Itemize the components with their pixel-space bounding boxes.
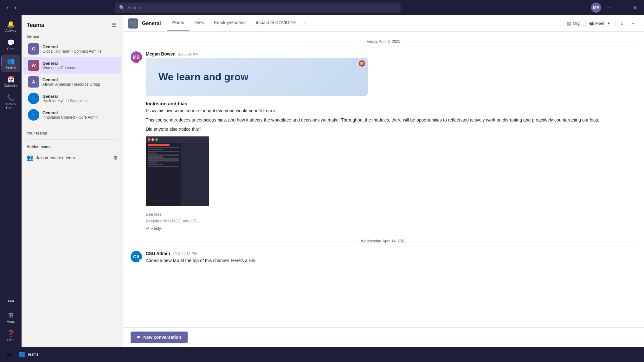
- start-button[interactable]: ⊞: [3, 348, 15, 361]
- team-icon-innovation: 🔵: [28, 109, 39, 121]
- attachment-bar: [146, 136, 209, 143]
- calendar-icon: 📅: [7, 76, 15, 83]
- new-conv-label: New conversation: [143, 335, 181, 340]
- team-item-african-american[interactable]: A General African American Resource Grou…: [23, 74, 121, 90]
- main-layout: 🔔 Activity 💬 Chat 👥 Teams 📅 Calendar 📞 G…: [0, 15, 644, 347]
- team-name-innovation: General: [42, 110, 99, 115]
- hero-card: We learn and grow: [146, 58, 368, 96]
- apps-icon: ⊞: [8, 311, 14, 319]
- dot-red: [148, 138, 150, 141]
- separator-1: [27, 126, 118, 126]
- sidebar-item-groupcall[interactable]: 📞 Group Con...: [1, 91, 20, 112]
- join-create-label: Join or create a team: [36, 155, 75, 160]
- messages-area[interactable]: Friday, April 9, 2021 MB Megan Bowen 4/9…: [123, 32, 644, 327]
- org-icon: 🏢: [567, 21, 572, 26]
- att-line-1: [148, 144, 170, 146]
- team-item-global-hr[interactable]: G General Global HR Team - Connect Admin…: [23, 41, 121, 57]
- team-icon-global-hr: G: [28, 43, 39, 55]
- maximize-button[interactable]: □: [618, 3, 627, 12]
- search-icon: 🔍: [119, 5, 125, 10]
- org-button[interactable]: 🏢 Org: [564, 19, 583, 28]
- team-item-hack-hybrid[interactable]: 🔵 General Hack for Hybrid Workplace: [23, 90, 121, 107]
- team-text-african-american: General African American Resource Group: [42, 77, 100, 87]
- more-button[interactable]: ⋯: [628, 19, 639, 28]
- chat-icon: 💬: [7, 39, 15, 46]
- more-icon: •••: [7, 298, 14, 305]
- megan-msg-body: Megan Bowen 4/9 8:24 AM We learn and gro…: [146, 51, 636, 231]
- att-left: [146, 143, 181, 206]
- attachment-preview[interactable]: [146, 136, 209, 206]
- tab-impact[interactable]: Impact of COVID-19: [251, 16, 301, 31]
- meet-dropdown-icon[interactable]: ▼: [606, 21, 612, 26]
- channel-header-right: 🏢 Org 📹 Meet ▼ ℹ ⋯: [564, 19, 639, 28]
- user-avatar[interactable]: MB: [591, 3, 601, 13]
- sidebar-item-help[interactable]: ❓ Help: [1, 327, 20, 344]
- new-conversation-button[interactable]: ✏ New conversation: [131, 332, 188, 343]
- message-csu: CA CSU Admin 4/14 11:18 PM Added a new t…: [131, 251, 636, 267]
- megan-time: 4/9 8:24 AM: [178, 52, 198, 56]
- reply-button[interactable]: ↩ Reply: [146, 225, 161, 231]
- sidebar-filter-button[interactable]: ☰: [110, 20, 118, 30]
- msg-line3: Did anyone else notice this?: [146, 126, 636, 133]
- csu-online-dot: [139, 259, 142, 262]
- activity-label: Activity: [5, 29, 16, 32]
- info-button[interactable]: ℹ: [618, 19, 626, 28]
- sidebar-item-more[interactable]: •••: [1, 295, 20, 307]
- replies-link[interactable]: 2 replies from MOD and CSU: [146, 219, 636, 223]
- inclusion-section: Inclusion and bias I saw this awesome co…: [146, 100, 636, 136]
- hidden-teams-label: Hidden teams: [22, 142, 123, 150]
- teams-taskbar-label: Teams: [27, 352, 38, 357]
- org-label: Org: [573, 21, 580, 26]
- team-name-global-hr: General: [42, 44, 101, 49]
- att-line-6: [148, 155, 179, 156]
- sidebar-item-teams[interactable]: 👥 Teams: [1, 55, 20, 72]
- add-tab-button[interactable]: +: [301, 16, 309, 31]
- separator-2: [27, 139, 118, 140]
- att-line-9: [148, 160, 179, 161]
- att-line-5: [148, 153, 157, 154]
- taskbar-teams[interactable]: 🟦 Teams: [16, 348, 41, 361]
- team-sub-hack-hybrid: Hack for Hybrid Workplace: [42, 99, 88, 103]
- forward-button[interactable]: ›: [12, 3, 19, 12]
- team-sub-innovation: Innovation Connect - Core Admin: [42, 115, 99, 120]
- minimize-button[interactable]: —: [604, 3, 615, 12]
- team-item-innovation[interactable]: 🔵 General Innovation Connect - Core Admi…: [23, 107, 121, 123]
- att-line-11: [148, 164, 163, 165]
- channel-tabs: Posts Files Employee ideas Impact of COV…: [167, 16, 309, 31]
- sidebar-title: Teams: [27, 22, 44, 29]
- join-create-team[interactable]: 👥 Join or create a team ⚙: [22, 150, 123, 165]
- message-megan: MB Megan Bowen 4/9 8:24 AM We learn and …: [131, 51, 636, 231]
- sidebar-item-activity[interactable]: 🔔 Activity: [1, 18, 20, 35]
- video-icon: 📹: [589, 21, 594, 26]
- team-name-women-at-contoso: General: [42, 61, 75, 66]
- new-conversation-area: ✏ New conversation: [123, 327, 644, 347]
- sidebar-item-apps[interactable]: ⊞ Apps: [1, 309, 20, 326]
- csu-time: 4/14 11:18 PM: [172, 252, 197, 256]
- search-input[interactable]: [127, 5, 397, 10]
- team-text-hack-hybrid: General Hack for Hybrid Workplace: [42, 94, 88, 103]
- dot-yellow: [151, 138, 154, 141]
- sidebar-settings-button[interactable]: ⚙: [113, 155, 118, 161]
- close-button[interactable]: ✕: [630, 3, 640, 12]
- att-line-3: [148, 149, 163, 150]
- left-rail: 🔔 Activity 💬 Chat 👥 Teams 📅 Calendar 📞 G…: [0, 15, 22, 347]
- att-line-2: [148, 147, 179, 148]
- back-button[interactable]: ‹: [4, 3, 11, 12]
- team-icon-hack-hybrid: 🔵: [28, 93, 39, 104]
- megan-msg-header: Megan Bowen 4/9 8:24 AM: [146, 51, 636, 56]
- meet-button[interactable]: 📹 Meet ▼: [585, 19, 615, 28]
- tab-employee-ideas[interactable]: Employee ideas: [209, 16, 251, 31]
- sidebar-item-chat[interactable]: 💬 Chat: [1, 36, 20, 53]
- start-icon: ⊞: [7, 352, 11, 358]
- search-box[interactable]: 🔍: [115, 3, 401, 13]
- tab-files[interactable]: Files: [190, 16, 209, 31]
- join-icon: 👥: [27, 154, 34, 161]
- sidebar-item-calendar[interactable]: 📅 Calendar: [1, 73, 20, 90]
- tab-posts[interactable]: Posts: [167, 16, 190, 31]
- attachment-content: [146, 143, 209, 206]
- team-text-innovation: General Innovation Connect - Core Admin: [42, 110, 99, 120]
- date-separator-2: Wednesday, April 14, 2021: [131, 239, 636, 243]
- team-item-women-at-contoso[interactable]: W General Women at Contoso: [23, 57, 121, 74]
- see-less-link[interactable]: See less: [146, 212, 162, 217]
- team-text-global-hr: General Global HR Team - Connect Admins: [42, 44, 101, 54]
